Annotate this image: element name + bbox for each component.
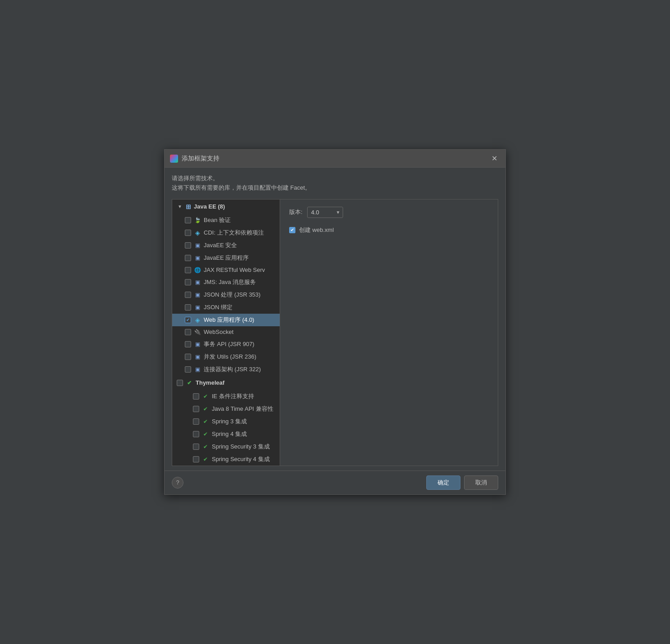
list-item-bean-validation[interactable]: 🍃 Bean 验证 (172, 214, 280, 227)
checkbox-ie-conditions[interactable] (193, 393, 199, 400)
label-cdi: CDI: 上下文和依赖项注 (204, 229, 264, 237)
list-item-java8-time[interactable]: ✔ Java 8 Time API 兼容性 (172, 403, 280, 415)
icon-thymeleaf-group: ✔ (186, 379, 193, 386)
ok-button[interactable]: 确定 (426, 475, 460, 490)
list-item-spring-security4[interactable]: ✔ Spring Security 4 集成 (172, 453, 280, 466)
label-ie-conditions: IE 条件注释支持 (212, 392, 254, 400)
cancel-button[interactable]: 取消 (464, 475, 498, 490)
checkbox-jms[interactable] (185, 279, 191, 285)
description: 请选择所需技术。 这将下载所有需要的库，并在项目配置中创建 Facet。 (172, 174, 498, 193)
right-panel: 版本: 3.0 4.0 5.0 ▼ ✔ 创建 web.xml (280, 200, 498, 466)
add-framework-dialog: 添加框架支持 ✕ 请选择所需技术。 这将下载所有需要的库，并在项目配置中创建 F… (164, 149, 506, 495)
label-concurrent-utils: 并发 Utils (JSR 236) (204, 353, 256, 361)
checkbox-javaee-security[interactable] (185, 242, 191, 249)
dialog-body: 请选择所需技术。 这将下载所有需要的库，并在项目配置中创建 Facet。 ▼ ⊞… (165, 168, 505, 471)
checkbox-concurrent-utils[interactable] (185, 354, 191, 360)
list-item-json-processing[interactable]: ▣ JSON 处理 (JSR 353) (172, 289, 280, 301)
icon-bean-validation: 🍃 (194, 217, 201, 224)
label-websocket: WebSocket (204, 329, 233, 335)
version-select-wrapper: 3.0 4.0 5.0 ▼ (307, 207, 343, 218)
icon-ie-conditions: ✔ (202, 393, 209, 400)
list-item-concurrent-utils[interactable]: ▣ 并发 Utils (JSR 236) (172, 351, 280, 363)
checkbox-spring4[interactable] (193, 431, 199, 437)
group-thymeleaf-label: Thymeleaf (196, 379, 224, 386)
version-select[interactable]: 3.0 4.0 5.0 (307, 207, 343, 218)
left-panel[interactable]: ▼ ⊞ Java EE (8) 🍃 Bean 验证 ◈ CDI: 上下文和依赖项… (172, 200, 280, 466)
checkbox-transaction-api[interactable] (185, 341, 191, 347)
checkbox-javaee-app[interactable] (185, 255, 191, 261)
list-item-spring3[interactable]: ✔ Spring 3 集成 (172, 415, 280, 428)
icon-connector-arch: ▣ (194, 366, 201, 373)
icon-spring4: ✔ (202, 431, 209, 438)
icon-javaee-security: ▣ (194, 242, 201, 249)
group-java-ee[interactable]: ▼ ⊞ Java EE (8) (172, 200, 280, 214)
icon-concurrent-utils: ▣ (194, 353, 201, 360)
label-transaction-api: 事务 API (JSR 907) (204, 340, 255, 348)
footer: ? 确定 取消 (165, 471, 505, 494)
create-xml-checkbox[interactable]: ✔ (289, 227, 295, 233)
label-spring-security3: Spring Security 3 集成 (212, 443, 270, 451)
footer-buttons: 确定 取消 (426, 475, 498, 490)
checkbox-bean-validation[interactable] (185, 217, 191, 223)
list-item-spring-security3[interactable]: ✔ Spring Security 3 集成 (172, 440, 280, 453)
checkbox-spring3[interactable] (193, 418, 199, 425)
checkbox-java8-time[interactable] (193, 406, 199, 412)
list-item-jms[interactable]: ▣ JMS: Java 消息服务 (172, 276, 280, 289)
icon-cdi: ◈ (194, 229, 201, 236)
label-bean-validation: Bean 验证 (204, 216, 231, 224)
checkbox-connector-arch[interactable] (185, 366, 191, 373)
icon-jax-restful: 🌐 (194, 266, 201, 274)
description-line2: 这将下载所有需要的库，并在项目配置中创建 Facet。 (172, 183, 498, 193)
icon-spring-security3: ✔ (202, 443, 209, 450)
list-item-javaee-security[interactable]: ▣ JavaEE 安全 (172, 239, 280, 252)
create-xml-label: 创建 web.xml (299, 226, 334, 234)
checkbox-websocket[interactable] (185, 329, 191, 335)
checkbox-cdi[interactable] (185, 230, 191, 236)
label-spring3: Spring 3 集成 (212, 417, 247, 426)
label-spring4: Spring 4 集成 (212, 430, 247, 438)
label-javaee-app: JavaEE 应用程序 (204, 254, 249, 262)
list-item-web-app[interactable]: ✔ ◈ Web 应用程序 (4.0) (172, 314, 280, 326)
help-button[interactable]: ? (172, 477, 183, 489)
list-item-connector-arch[interactable]: ▣ 连接器架构 (JSR 322) (172, 363, 280, 376)
list-item-ie-conditions[interactable]: ✔ IE 条件注释支持 (172, 390, 280, 403)
checkbox-json-binding[interactable] (185, 304, 191, 311)
icon-spring-security4: ✔ (202, 456, 209, 463)
title-bar-left: 添加框架支持 (170, 155, 219, 163)
icon-transaction-api: ▣ (194, 341, 201, 348)
checkbox-json-processing[interactable] (185, 292, 191, 298)
icon-jms: ▣ (194, 279, 201, 286)
list-item-websocket[interactable]: 🔌 WebSocket (172, 326, 280, 338)
label-spring-security4: Spring Security 4 集成 (212, 455, 270, 463)
version-label: 版本: (289, 208, 303, 216)
checkbox-web-app[interactable]: ✔ (185, 317, 191, 323)
checkbox-thymeleaf-group[interactable] (177, 380, 183, 386)
icon-java8-time: ✔ (202, 405, 209, 413)
group-java-ee-expand-icon: ▼ (177, 204, 183, 210)
icon-json-binding: ▣ (194, 304, 201, 311)
list-item-javaee-app[interactable]: ▣ JavaEE 应用程序 (172, 252, 280, 264)
checkbox-jax-restful[interactable] (185, 267, 191, 273)
label-jax-restful: JAX RESTful Web Serv (204, 266, 265, 273)
label-json-binding: JSON 绑定 (204, 303, 232, 311)
label-json-processing: JSON 处理 (JSR 353) (204, 291, 260, 299)
content-area: ▼ ⊞ Java EE (8) 🍃 Bean 验证 ◈ CDI: 上下文和依赖项… (172, 199, 498, 466)
checkbox-spring-security3[interactable] (193, 444, 199, 450)
list-item-jax-restful[interactable]: 🌐 JAX RESTful Web Serv (172, 264, 280, 276)
list-item-json-binding[interactable]: ▣ JSON 绑定 (172, 301, 280, 314)
list-item-spring4[interactable]: ✔ Spring 4 集成 (172, 428, 280, 440)
label-jms: JMS: Java 消息服务 (204, 278, 256, 286)
checkbox-spring-security4[interactable] (193, 456, 199, 462)
group-java-ee-icon: ⊞ (186, 203, 191, 210)
list-item-cdi[interactable]: ◈ CDI: 上下文和依赖项注 (172, 227, 280, 239)
label-connector-arch: 连接器架构 (JSR 322) (204, 365, 261, 373)
icon-web-app: ◈ (194, 316, 201, 324)
title-bar: 添加框架支持 ✕ (165, 150, 505, 168)
group-java-ee-label: Java EE (8) (194, 203, 225, 210)
label-java8-time: Java 8 Time API 兼容性 (212, 405, 273, 413)
list-item-transaction-api[interactable]: ▣ 事务 API (JSR 907) (172, 338, 280, 351)
label-web-app: Web 应用程序 (4.0) (204, 316, 254, 324)
close-button[interactable]: ✕ (489, 153, 500, 164)
app-icon (170, 155, 178, 163)
group-thymeleaf[interactable]: ✔ Thymeleaf (172, 376, 280, 390)
